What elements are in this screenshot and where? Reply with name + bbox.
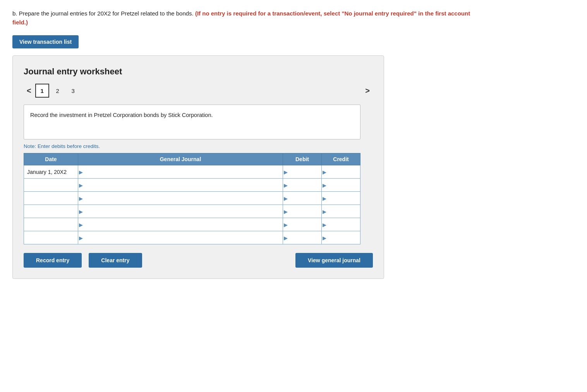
debit-arrow-4: ▶ xyxy=(284,222,288,227)
date-cell-2[interactable] xyxy=(24,192,78,205)
debit-arrow-0: ▶ xyxy=(284,169,288,175)
debit-cell-1[interactable]: ▶ xyxy=(283,179,322,192)
col-header-credit: Credit xyxy=(322,153,360,165)
clear-entry-button[interactable]: Clear entry xyxy=(89,253,142,268)
row-arrow-5: ▶ xyxy=(79,235,83,241)
col-header-date: Date xyxy=(24,153,78,165)
tab-3[interactable]: 3 xyxy=(66,84,80,98)
credit-arrow-0: ▶ xyxy=(323,169,326,175)
gj-cell-5[interactable]: ▶ xyxy=(78,231,283,244)
row-arrow-1: ▶ xyxy=(79,182,83,188)
date-cell-5[interactable] xyxy=(24,231,78,244)
row-arrow-2: ▶ xyxy=(79,195,83,201)
tab-1[interactable]: 1 xyxy=(35,84,49,98)
debit-cell-3[interactable]: ▶ xyxy=(283,205,322,218)
credit-cell-3[interactable]: ▶ xyxy=(322,205,360,218)
date-cell-0[interactable]: January 1, 20X2 xyxy=(24,165,78,179)
description-text: Record the investment in Pretzel Corpora… xyxy=(30,112,213,118)
gj-cell-3[interactable]: ▶ xyxy=(78,205,283,218)
description-box: Record the investment in Pretzel Corpora… xyxy=(24,105,360,139)
action-buttons-row: Record entry Clear entry View general jo… xyxy=(24,253,373,268)
debit-arrow-1: ▶ xyxy=(284,182,288,188)
intro-text: b. Prepare the journal entries for 20X2 … xyxy=(12,9,477,27)
view-transaction-button[interactable]: View transaction list xyxy=(12,35,79,48)
col-header-debit: Debit xyxy=(283,153,322,165)
note-text: Note: Enter debits before credits. xyxy=(24,143,373,149)
intro-normal: b. Prepare the journal entries for 20X2 … xyxy=(12,10,194,17)
row-arrow-0: ▶ xyxy=(79,169,83,175)
credit-cell-2[interactable]: ▶ xyxy=(322,192,360,205)
gj-cell-4[interactable]: ▶ xyxy=(78,218,283,231)
debit-arrow-2: ▶ xyxy=(284,195,288,201)
gj-cell-2[interactable]: ▶ xyxy=(78,192,283,205)
worksheet-container: Journal entry worksheet < 1 2 3 > Record… xyxy=(12,55,384,279)
gj-cell-1[interactable]: ▶ xyxy=(78,179,283,192)
journal-table: Date General Journal Debit Credit Januar… xyxy=(24,153,360,244)
credit-arrow-3: ▶ xyxy=(323,208,326,214)
credit-cell-0[interactable]: ▶ xyxy=(322,165,360,179)
credit-arrow-5: ▶ xyxy=(323,235,326,241)
credit-arrow-1: ▶ xyxy=(323,182,326,188)
table-row: January 1, 20X2▶▶▶ xyxy=(24,165,360,179)
debit-cell-5[interactable]: ▶ xyxy=(283,231,322,244)
credit-cell-1[interactable]: ▶ xyxy=(322,179,360,192)
credit-arrow-2: ▶ xyxy=(323,195,326,201)
table-row: ▶▶▶ xyxy=(24,218,360,231)
worksheet-title: Journal entry worksheet xyxy=(24,67,373,77)
gj-cell-0[interactable]: ▶ xyxy=(78,165,283,179)
tab-2[interactable]: 2 xyxy=(51,84,65,98)
prev-arrow[interactable]: < xyxy=(24,86,34,96)
col-header-gj: General Journal xyxy=(78,153,283,165)
table-row: ▶▶▶ xyxy=(24,179,360,192)
debit-cell-4[interactable]: ▶ xyxy=(283,218,322,231)
credit-cell-4[interactable]: ▶ xyxy=(322,218,360,231)
credit-cell-5[interactable]: ▶ xyxy=(322,231,360,244)
table-row: ▶▶▶ xyxy=(24,192,360,205)
intro-section: b. Prepare the journal entries for 20X2 … xyxy=(12,9,575,27)
date-cell-1[interactable] xyxy=(24,179,78,192)
date-cell-4[interactable] xyxy=(24,218,78,231)
debit-cell-0[interactable]: ▶ xyxy=(283,165,322,179)
next-arrow[interactable]: > xyxy=(362,86,373,96)
record-entry-button[interactable]: Record entry xyxy=(24,253,82,268)
table-row: ▶▶▶ xyxy=(24,231,360,244)
view-general-journal-button[interactable]: View general journal xyxy=(295,253,373,268)
debit-cell-2[interactable]: ▶ xyxy=(283,192,322,205)
table-row: ▶▶▶ xyxy=(24,205,360,218)
row-arrow-3: ▶ xyxy=(79,208,83,214)
tab-navigation: < 1 2 3 > xyxy=(24,84,373,98)
credit-arrow-4: ▶ xyxy=(323,222,326,227)
debit-arrow-5: ▶ xyxy=(284,235,288,241)
row-arrow-4: ▶ xyxy=(79,222,83,227)
date-cell-3[interactable] xyxy=(24,205,78,218)
debit-arrow-3: ▶ xyxy=(284,208,288,214)
